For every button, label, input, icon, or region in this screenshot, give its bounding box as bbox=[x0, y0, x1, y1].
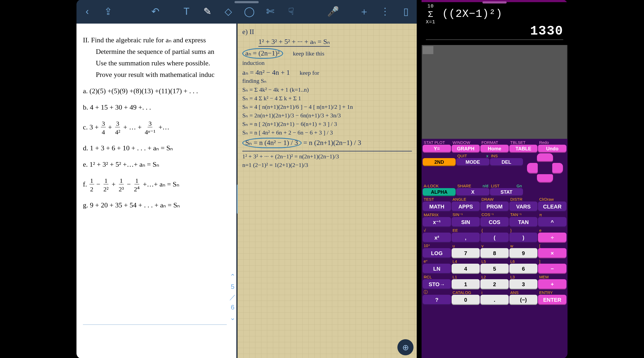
calc-expression: 10 Σ X=1 ((2X−1)²) bbox=[426, 4, 563, 24]
key-mode[interactable]: MODE bbox=[456, 158, 489, 166]
key-secondary-label: √ bbox=[423, 228, 451, 233]
calc-scroll-area[interactable] bbox=[422, 45, 568, 139]
key--[interactable]: ÷ bbox=[538, 233, 566, 243]
problem-f-tail: +…+ aₙ = Sₙ bbox=[143, 180, 180, 188]
key--[interactable]: (−) bbox=[509, 295, 538, 305]
dpad-down[interactable] bbox=[537, 174, 553, 183]
dpad-right[interactable] bbox=[552, 163, 563, 174]
key-log[interactable]: LOG bbox=[423, 248, 451, 258]
key-x-[interactable]: x² bbox=[423, 233, 451, 243]
calc-cursor bbox=[423, 46, 433, 54]
eraser-tool-icon[interactable]: ◯ bbox=[244, 6, 255, 17]
hw-l9: Sₙ = n [ 4n² + 6n + 2 − 6n − 6 + 3 ] / 3 bbox=[242, 129, 412, 136]
key-1[interactable]: 1 bbox=[452, 279, 480, 289]
key-home[interactable]: Home bbox=[480, 145, 509, 153]
page-down-button[interactable]: ⌄ bbox=[229, 314, 236, 322]
scissors-tool-icon[interactable]: ✄ bbox=[265, 6, 276, 17]
key-cell: L55 bbox=[480, 259, 509, 274]
back-button[interactable]: ‹ bbox=[82, 6, 93, 17]
key-0[interactable]: 0 bbox=[452, 295, 480, 305]
key-x[interactable]: X bbox=[456, 188, 489, 196]
key-cell: TESTMATH bbox=[423, 197, 451, 212]
multitask-handle-left[interactable] bbox=[235, 1, 259, 3]
dpad-up[interactable] bbox=[537, 153, 553, 162]
key-secondary-label: Redo bbox=[538, 140, 566, 145]
key-8[interactable]: 8 bbox=[480, 248, 509, 258]
key-tan[interactable]: TAN bbox=[509, 217, 538, 227]
key-alpha[interactable]: ALPHA bbox=[423, 188, 456, 196]
key-cell: √x² bbox=[423, 228, 451, 243]
dpad-left[interactable] bbox=[527, 163, 538, 174]
key-cell: 10ˣLOG bbox=[423, 243, 451, 258]
key--[interactable]: × bbox=[538, 248, 566, 258]
page-up-button[interactable]: ⌃ bbox=[229, 272, 236, 281]
key-secondary-label: L6 bbox=[509, 259, 538, 264]
pages-button[interactable]: ▯ bbox=[401, 6, 411, 17]
key-5[interactable]: 5 bbox=[480, 264, 509, 274]
key-secondary-label: MEM bbox=[538, 274, 566, 279]
key-6[interactable]: 6 bbox=[509, 264, 538, 274]
key-cell: EE, bbox=[452, 228, 480, 243]
key-ln[interactable]: LN bbox=[423, 264, 451, 274]
key-cos[interactable]: COS bbox=[480, 217, 509, 227]
problem-document[interactable]: II. Find the algebraic rule for aₙ and e… bbox=[76, 24, 237, 358]
pen-tool-icon[interactable]: ✎ bbox=[202, 6, 213, 17]
key-9[interactable]: 9 bbox=[509, 248, 538, 258]
key-x-[interactable]: x⁻¹ bbox=[423, 217, 451, 227]
multitask-handle-right[interactable] bbox=[482, 1, 507, 3]
key-del[interactable]: DEL bbox=[490, 158, 523, 166]
key--[interactable]: ) bbox=[509, 233, 538, 243]
page-sep: ／ bbox=[229, 293, 236, 301]
key-enter[interactable]: ENTER bbox=[538, 295, 566, 305]
more-button[interactable]: ⋮ bbox=[380, 6, 390, 17]
key-vars[interactable]: VARS bbox=[509, 202, 538, 212]
key-cell: i. bbox=[480, 290, 509, 305]
key-2[interactable]: 2 bbox=[480, 279, 509, 289]
key--[interactable]: ( bbox=[480, 233, 509, 243]
highlighter-tool-icon[interactable]: ◇ bbox=[223, 6, 234, 17]
key-4[interactable]: 4 bbox=[452, 264, 480, 274]
key-sin[interactable]: SIN bbox=[452, 217, 480, 227]
key-graph[interactable]: GRAPH bbox=[452, 145, 480, 153]
key-y-[interactable]: Y= bbox=[423, 145, 451, 153]
app-split-divider[interactable] bbox=[417, 0, 422, 358]
key-secondary-label: } bbox=[509, 228, 538, 233]
undo-button[interactable]: ↶ bbox=[150, 6, 161, 17]
key-secondary-label: L3 bbox=[509, 274, 538, 279]
key-math[interactable]: MATH bbox=[423, 202, 451, 212]
key-cell: ]− bbox=[538, 259, 566, 274]
key-prgm[interactable]: PRGM bbox=[480, 202, 509, 212]
add-button[interactable]: ＋ bbox=[359, 6, 369, 17]
key-stat[interactable]: STAT bbox=[490, 188, 523, 196]
zoom-button[interactable]: ⊕ bbox=[397, 339, 414, 355]
key-secondary-label: MATRIX bbox=[423, 212, 451, 217]
key-2nd[interactable]: 2ND bbox=[423, 158, 456, 166]
text-tool-icon[interactable]: T bbox=[181, 6, 192, 17]
key-clear[interactable]: CLEAR bbox=[538, 202, 566, 212]
key-undo[interactable]: Undo bbox=[538, 145, 566, 153]
key-3[interactable]: 3 bbox=[509, 279, 538, 289]
dpad-spacer bbox=[524, 183, 566, 196]
key-sto-[interactable]: STO→ bbox=[423, 279, 451, 289]
problem-g: g. 9 + 20 + 35 + 54 + . . . + aₙ = Sₙ bbox=[83, 200, 234, 210]
share-button[interactable]: ⇪ bbox=[103, 6, 114, 17]
key--[interactable]: , bbox=[452, 233, 480, 243]
handwriting-canvas[interactable]: e) II 1² + 3² + 5² + ··· + aₙ = Sₙ aₙ = … bbox=[237, 24, 417, 358]
key-secondary-label: L5 bbox=[480, 259, 509, 264]
key--[interactable]: . bbox=[480, 295, 509, 305]
dpad bbox=[524, 153, 566, 183]
key-table[interactable]: TABLE bbox=[509, 145, 538, 153]
mic-tool-icon[interactable]: 🎤 bbox=[328, 6, 338, 17]
key--[interactable]: ^ bbox=[538, 217, 566, 227]
problem-sub2: Use the summation rules where possible. bbox=[83, 58, 234, 68]
smudge-tool-icon[interactable]: ☟ bbox=[286, 6, 297, 17]
key-7[interactable]: 7 bbox=[452, 248, 480, 258]
page-current: 5 bbox=[229, 282, 236, 291]
key-cell: RCLSTO→ bbox=[423, 274, 451, 289]
key-apps[interactable]: APPS bbox=[452, 202, 480, 212]
key-secondary-label: 10ˣ bbox=[423, 243, 451, 248]
key--[interactable]: ? bbox=[423, 295, 451, 305]
calc-keypad: STAT PLOTY=WINDOWGRAPHFORMATHomeTBLSETTA… bbox=[422, 139, 568, 358]
key--[interactable]: − bbox=[538, 264, 566, 274]
key--[interactable]: + bbox=[538, 279, 566, 289]
